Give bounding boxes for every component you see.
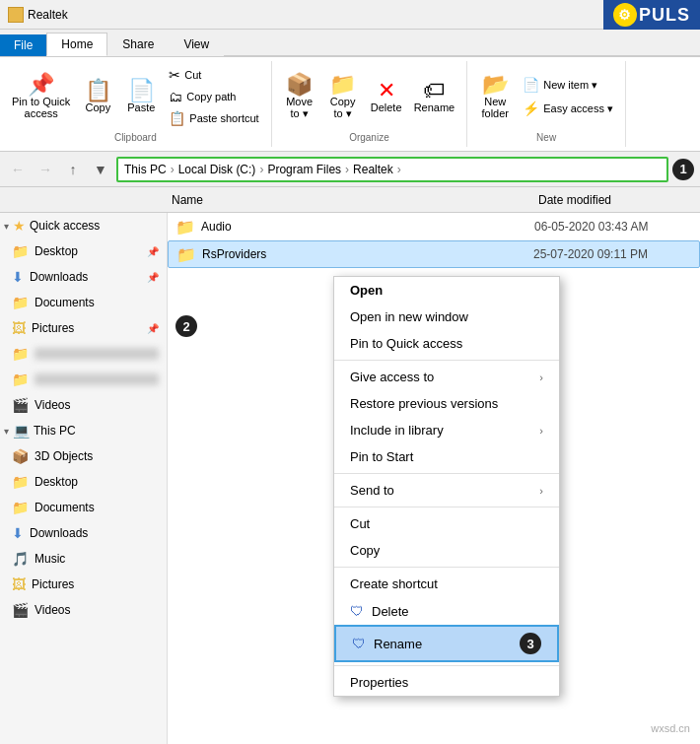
audio-filename: Audio: [201, 220, 528, 234]
ctx-sep-4: [334, 567, 559, 568]
ctx-pin-quick-access[interactable]: Pin to Quick access: [334, 330, 559, 357]
sidebar-item-pictures[interactable]: 🖼 Pictures 📌: [0, 315, 167, 341]
copy-to-button[interactable]: 📁 Copyto ▾: [323, 72, 363, 122]
sidebar-item-documents-pc[interactable]: 📁 Documents: [0, 495, 167, 520]
delete-button[interactable]: ✕ Delete: [367, 78, 406, 115]
expand-icon: ▾: [4, 221, 9, 232]
this-pc-header[interactable]: ▾ 💻 This PC: [0, 418, 167, 443]
sidebar-item-documents[interactable]: 📁 Documents: [0, 290, 167, 315]
ctx-open-new-window[interactable]: Open in new window: [334, 304, 559, 330]
pc-icon: 💻: [13, 423, 30, 439]
new-item-label: New item ▾: [543, 79, 597, 92]
appuls-logo: ⚙ PULS: [603, 0, 700, 30]
move-to-button[interactable]: 📦 Moveto ▾: [280, 72, 319, 122]
paste-button[interactable]: 📄 Paste: [121, 78, 161, 115]
videos-pc-label: Videos: [35, 603, 70, 617]
copy-button[interactable]: 📋 Copy: [78, 78, 117, 115]
ctx-restore-prev[interactable]: Restore previous versions: [334, 390, 559, 417]
ctx-sep-3: [334, 507, 559, 507]
up-button[interactable]: ↑: [61, 158, 85, 181]
gear-icon: ⚙: [613, 3, 637, 27]
organize-group: 📦 Moveto ▾ 📁 Copyto ▾ ✕ Delete 🏷 Rename …: [272, 61, 468, 147]
sidebar-item-music[interactable]: 🎵 Music: [0, 546, 167, 572]
ctx-properties[interactable]: Properties: [334, 669, 559, 696]
file-item-rsproviders[interactable]: 📁 RsProviders 25-07-2020 09:11 PM: [168, 240, 700, 268]
copy-path-button[interactable]: 🗂 Copy path: [165, 87, 262, 106]
tab-file[interactable]: File: [0, 34, 46, 56]
paste-icon: 📄: [128, 80, 155, 101]
col-header-name[interactable]: Name: [4, 193, 538, 207]
sidebar-item-downloads-pc[interactable]: ⬇ Downloads: [0, 520, 167, 546]
desktop-folder-icon: 📁: [12, 243, 29, 259]
pictures-pc-label: Pictures: [32, 577, 74, 591]
window-icon: [8, 7, 24, 23]
quick-access-label: Quick access: [30, 219, 100, 233]
easy-access-button[interactable]: ⚡ Easy access ▾: [519, 99, 617, 118]
copy-icon: 📋: [85, 80, 111, 101]
pin-to-quick-access-button[interactable]: 📌 Pin to Quickaccess: [8, 72, 74, 121]
sidebar-item-videos[interactable]: 🎬 Videos: [0, 392, 167, 418]
ctx-open[interactable]: Open: [334, 277, 559, 304]
context-menu: Open Open in new window Pin to Quick acc…: [333, 276, 560, 697]
ctx-delete[interactable]: 🛡 Delete: [334, 597, 559, 625]
paste-shortcut-button[interactable]: 📋 Paste shortcut: [165, 108, 262, 128]
sidebar-item-blurred-1[interactable]: 📁: [0, 341, 167, 367]
new-item-button[interactable]: 📄 New item ▾: [519, 75, 617, 95]
delete-icon: ✕: [378, 80, 395, 101]
cut-button[interactable]: ✂ Cut: [165, 65, 262, 85]
ctx-create-shortcut[interactable]: Create shortcut: [334, 571, 559, 597]
sidebar-item-pictures-pc[interactable]: 🖼 Pictures: [0, 572, 167, 597]
sidebar-item-downloads[interactable]: ⬇ Downloads 📌: [0, 264, 167, 290]
address-breadcrumb: This PC › Local Disk (C:) › Program File…: [124, 163, 401, 176]
pictures-folder-icon: 🖼: [12, 320, 26, 336]
copy-to-label: Copyto ▾: [330, 96, 356, 120]
logo-text: PULS: [639, 5, 690, 26]
ctx-sep-5: [334, 665, 559, 666]
copy-to-icon: 📁: [329, 74, 356, 96]
recent-button[interactable]: ▼: [89, 158, 112, 181]
ctx-copy[interactable]: Copy: [334, 537, 559, 564]
move-to-icon: 📦: [286, 74, 313, 96]
sidebar-item-blurred-2[interactable]: 📁: [0, 367, 167, 392]
ctx-cut[interactable]: Cut: [334, 510, 559, 537]
ctx-delete-content: 🛡 Delete: [350, 603, 409, 619]
ctx-sep-1: [334, 360, 559, 361]
ctx-rename[interactable]: 🛡 Rename 3: [334, 625, 559, 662]
ctx-send-to[interactable]: Send to ›: [334, 477, 559, 504]
tab-share[interactable]: Share: [107, 33, 169, 56]
ctx-send-to-arrow: ›: [539, 485, 543, 497]
sidebar-item-3d-objects[interactable]: 📦 3D Objects: [0, 443, 167, 469]
this-pc-label: This PC: [34, 424, 76, 438]
ctx-cut-label: Cut: [350, 516, 370, 531]
sidebar-item-videos-pc[interactable]: 🎬 Videos: [0, 597, 167, 623]
pin-icon: 📌: [28, 74, 54, 96]
music-label: Music: [35, 552, 65, 566]
new-content: 📂 Newfolder 📄 New item ▾ ⚡ Easy access ▾: [475, 65, 617, 128]
col-header-date[interactable]: Date modified: [538, 193, 696, 207]
downloads-folder-icon: ⬇: [12, 269, 24, 285]
back-button[interactable]: ←: [6, 158, 30, 181]
tab-home[interactable]: Home: [46, 33, 107, 56]
address-box[interactable]: This PC › Local Disk (C:) › Program File…: [116, 157, 668, 182]
tab-view[interactable]: View: [169, 33, 224, 56]
forward-button[interactable]: →: [34, 158, 57, 181]
copy-label: Copy: [85, 101, 110, 113]
documents-folder-icon: 📁: [12, 295, 29, 310]
ctx-restore-prev-label: Restore previous versions: [350, 396, 498, 411]
ctx-open-label: Open: [350, 283, 383, 298]
downloads-pc-label: Downloads: [30, 526, 88, 540]
step-badge-3: 3: [520, 633, 541, 654]
file-item-audio[interactable]: 📁 Audio 06-05-2020 03:43 AM: [168, 213, 700, 240]
breadcrumb-part-1: This PC: [124, 163, 167, 176]
cut-label: Cut: [184, 69, 201, 81]
ctx-give-access[interactable]: Give access to ›: [334, 364, 559, 390]
sidebar-item-desktop-pc[interactable]: 📁 Desktop: [0, 469, 167, 495]
quick-access-header[interactable]: ▾ ★ Quick access: [0, 213, 167, 238]
sidebar-item-desktop[interactable]: 📁 Desktop 📌: [0, 238, 167, 264]
new-folder-button[interactable]: 📂 Newfolder: [475, 72, 515, 121]
ctx-include-library[interactable]: Include in library ›: [334, 417, 559, 443]
ctx-pin-start[interactable]: Pin to Start: [334, 443, 559, 470]
rename-button[interactable]: 🏷 Rename: [410, 78, 459, 115]
title-bar: Realtek ⚙ PULS: [0, 0, 700, 30]
ribbon-content: 📌 Pin to Quickaccess 📋 Copy 📄 Paste ✂ Cu…: [0, 56, 700, 152]
